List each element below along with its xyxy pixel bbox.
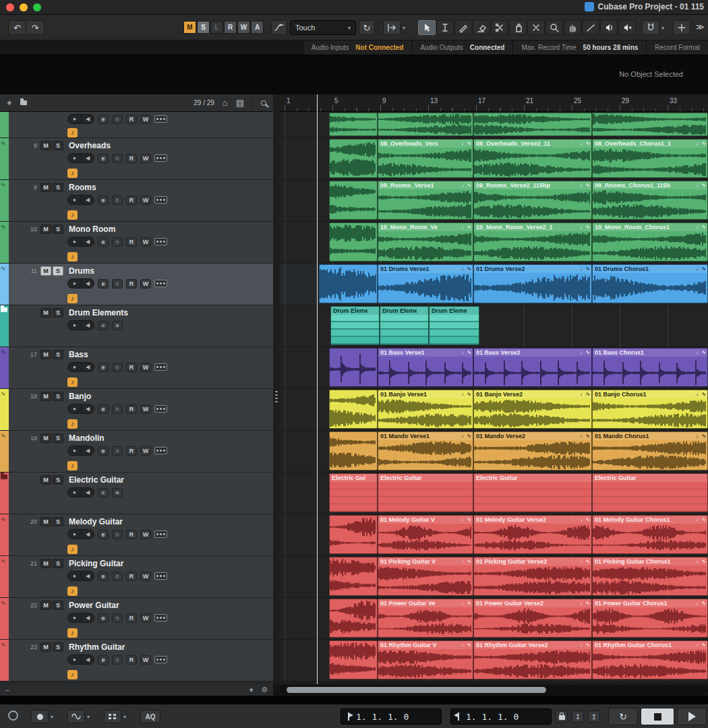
musical-timebase-icon[interactable]: ♪ [67,169,78,178]
freeze-button[interactable]: ○ [112,530,123,539]
edit-channel-button[interactable]: e [98,404,109,414]
redo-button[interactable]: ↷ [26,20,45,35]
audio-event[interactable]: 01 Bass Chorus1♩∿ [592,348,708,387]
automation-mode-select[interactable]: Touch ▾ [290,20,356,35]
channel-l-button[interactable]: L [210,21,223,34]
solo-button[interactable]: S [53,475,63,485]
read-automation-button[interactable]: R [126,279,137,289]
undo-button[interactable]: ↶ [8,20,26,35]
read-automation-button[interactable]: R [126,363,137,372]
freeze-button[interactable]: ○ [112,446,123,456]
solo-button[interactable]: S [53,141,63,150]
home-zoom-button[interactable]: ⌂ [223,98,228,108]
monitor-button[interactable]: ◀ [81,655,94,664]
event-row-banjo[interactable]: 01 Banjo Verse1♩∿01 Banjo Verse2♩∿01 Ban… [280,389,708,431]
channel-m-button[interactable]: M [183,21,196,34]
audio-event[interactable]: 08_Overheads_Vers♩∿ [378,139,473,178]
mute-button[interactable]: M [40,350,51,359]
musical-timebase-icon[interactable]: ♪ [67,128,78,138]
horizontal-scrollbar-thumb[interactable] [287,687,546,693]
audio-event[interactable]: 01 Picking Guitar Verse2♩∿ [473,557,592,596]
cycle-button[interactable]: ↻ [608,708,638,725]
audio-event[interactable] [319,264,378,303]
solo-button[interactable]: S [53,266,63,276]
monitor-button[interactable]: ◀ [81,237,94,246]
edit-channel-button[interactable]: e [98,530,109,539]
tool-draw[interactable] [454,20,472,35]
record-enable-button[interactable]: ● [68,572,81,580]
minimize-window-button[interactable] [20,3,28,11]
freeze-button[interactable]: ○ [112,237,123,247]
edit-channel-button[interactable]: e [98,195,109,205]
edit-channel-button[interactable]: e [98,237,109,247]
mute-button[interactable]: M [40,183,51,192]
tool-play[interactable] [600,20,618,35]
musical-timebase-icon[interactable]: ♪ [67,628,78,638]
edit-channel-button[interactable]: e [98,115,109,124]
right-locator-display[interactable]: 1. 1. 1. 0 [450,708,552,725]
audio-event[interactable]: 08_Overheads_Verse2_11♩∿ [473,139,592,178]
event-row-mono-room[interactable]: 10_Mono_Room_Ve♩∿10_Mono_Room_Verse2_1♩∿… [280,222,708,264]
track-drums[interactable]: ∿11MSDrums●◀e○RW♪ [0,264,273,305]
punch-in-button[interactable]: ↧ [572,710,584,723]
metronome-click-icon[interactable] [8,710,18,721]
audio-event[interactable]: 09_Rooms_Chorus1_115b♩∿ [592,181,708,220]
audio-event[interactable]: 01 Rhythm Guitar Chorus1♩∿ [592,640,708,679]
track-bass[interactable]: ∿17MSBass●◀e○RW♪ [0,347,273,389]
find-track-button[interactable] [261,100,266,106]
audio-event[interactable]: 01 Picking Guitar Chorus1♩∿ [592,557,708,596]
folder-part-event[interactable]: Drum Elemen [380,306,429,345]
audio-event[interactable]: 01 Drums Verse2♩∿ [473,264,592,303]
track-mandolin[interactable]: ∿19MSMandolin●◀e○RW♪ [0,431,273,473]
audio-event[interactable] [329,515,378,554]
audio-event[interactable] [329,348,378,387]
chevron-down-icon[interactable]: ▼ [248,687,254,694]
edit-channel-button[interactable]: e [98,655,109,665]
audio-event[interactable]: 01 Power Guitar Verse2♩∿ [473,599,592,638]
project-cursor[interactable] [317,94,318,684]
auto-scroll-button[interactable] [383,20,401,35]
audio-event[interactable] [329,139,378,178]
read-automation-button[interactable]: R [126,195,137,205]
record-enable-button[interactable]: ● [68,321,81,330]
audio-event[interactable]: 10_Mono_Room_Chorus1♩∿ [592,222,708,262]
audio-event[interactable] [378,113,473,136]
edit-channel-button[interactable]: e [98,154,109,163]
mute-button[interactable]: M [40,141,51,150]
stop-button[interactable] [641,708,674,725]
read-automation-button[interactable]: R [126,572,137,581]
event-row-power-guitar[interactable]: 01 Power Guitar Ve♩∿01 Power Guitar Vers… [280,598,708,640]
record-enable-button[interactable]: ● [68,488,81,497]
monitor-button[interactable]: ◀ [81,404,94,413]
record-enable-button[interactable]: ● [68,404,81,413]
chevron-down-icon[interactable]: ▾ [661,25,664,31]
event-row-rooms[interactable]: 09_Rooms_Verse1♩∿09_Rooms_Verse2_115bp♩∿… [280,180,708,222]
channel-s-button[interactable]: S [197,21,210,34]
folder-part-event[interactable]: Electric Guitar [473,473,592,512]
solo-button[interactable]: S [53,183,63,192]
solo-button[interactable]: S [53,392,63,401]
chevron-down-icon[interactable]: ▾ [403,25,405,31]
audio-event[interactable]: 01 Picking Guitar V♩∿ [378,557,473,596]
event-row-drums[interactable]: 01 Drums Verse1♩∿01 Drums Verse2♩∿01 Dru… [280,264,708,305]
track-list-view-button[interactable]: ▤ [236,98,244,108]
tool-scrub[interactable] [618,20,636,35]
track-rhythm-guitar[interactable]: ∿23MSRhythm Guitar●◀e○RW♪ [0,640,273,681]
audio-event[interactable] [592,113,708,136]
folder-part-event[interactable]: Drum Eleme [330,306,380,345]
track-mono-room[interactable]: ∿10MSMono Room●◀e○RW♪ [0,222,273,264]
track-banjo[interactable]: ∿18MSBanjo●◀e○RW♪ [0,389,273,431]
monitor-button[interactable]: ◀ [81,530,94,539]
audio-event[interactable]: 01 Melody Guitar Chorus1♩∿ [592,515,708,554]
audio-event[interactable] [329,557,378,596]
musical-timebase-icon[interactable]: ♪ [67,461,78,471]
freeze-button[interactable]: ○ [112,404,123,414]
freeze-button[interactable]: ○ [112,655,123,665]
timeline-ruler[interactable]: 159131721252933 [280,94,708,112]
record-enable-button[interactable]: ● [68,154,81,162]
chevron-down-icon[interactable]: ▾ [123,714,126,720]
track-picking-guitar[interactable]: ∿21MSPicking Guitar●◀e○RW♪ [0,556,273,598]
monitor-button[interactable]: ◀ [81,363,94,371]
audio-event[interactable]: 01 Banjo Verse2♩∿ [473,390,592,429]
phase-coherent-button[interactable]: ≈ [112,321,123,330]
